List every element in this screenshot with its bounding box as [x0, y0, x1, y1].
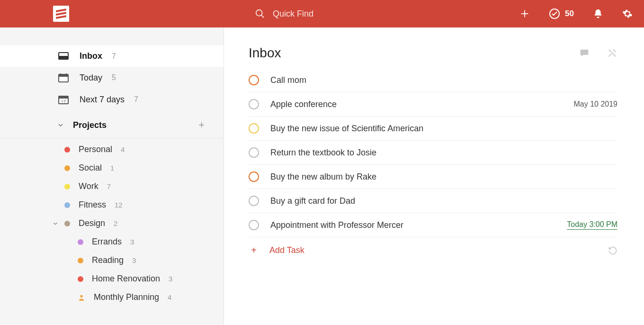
- project-color-dot: [64, 184, 70, 190]
- projects-title: Projects: [73, 120, 107, 130]
- filter-today[interactable]: Today 5: [0, 67, 224, 89]
- search-input[interactable]: [273, 9, 415, 19]
- project-work[interactable]: Work 7: [0, 177, 224, 196]
- svg-line-1: [261, 15, 264, 18]
- add-project-button[interactable]: +: [198, 119, 205, 131]
- sidebar: Inbox 7 Today 5 +7 Next 7 days 7: [0, 27, 224, 325]
- project-monthly-planning[interactable]: Monthly Planning 4: [0, 288, 224, 307]
- task-due-date[interactable]: May 10 2019: [573, 100, 617, 108]
- task-checkbox[interactable]: [249, 123, 259, 134]
- app-logo[interactable]: [53, 6, 69, 22]
- task-checkbox[interactable]: [249, 196, 259, 206]
- topbar: 50: [0, 0, 644, 27]
- project-actions-button[interactable]: [607, 48, 617, 58]
- karma-icon: [549, 8, 560, 19]
- history-icon: [608, 246, 617, 255]
- filter-label: Today: [80, 73, 102, 83]
- topbar-actions: 50: [519, 8, 635, 19]
- divider: [0, 138, 224, 138]
- svg-point-0: [256, 10, 262, 16]
- search-container: [255, 9, 415, 19]
- person-icon: [78, 294, 85, 301]
- comments-button[interactable]: [579, 48, 590, 58]
- project-label: Monthly Planning: [94, 292, 159, 302]
- task-item[interactable]: Apple conference May 10 2019: [249, 92, 617, 117]
- calendar-today-icon: [57, 72, 70, 83]
- project-label: Errands: [92, 237, 122, 247]
- project-home-renovation[interactable]: Home Renovation 3: [0, 270, 224, 288]
- project-label: Personal: [79, 144, 112, 154]
- project-count: 3: [132, 256, 136, 264]
- filter-count: 5: [112, 73, 116, 82]
- project-fitness[interactable]: Fitness 12: [0, 196, 224, 214]
- projects-list: Personal 4 Social 1 Work 7 Fitness 12: [0, 140, 224, 307]
- project-design[interactable]: Design 2: [0, 214, 224, 233]
- svg-point-14: [80, 295, 82, 297]
- filters-list: Inbox 7 Today 5 +7 Next 7 days 7: [0, 45, 224, 110]
- main-header: Inbox: [249, 45, 617, 61]
- gear-icon: [622, 9, 633, 19]
- task-item[interactable]: Call mom: [249, 72, 617, 92]
- project-reading[interactable]: Reading 3: [0, 251, 224, 270]
- task-title: Buy the new issue of Scientific American: [270, 124, 423, 134]
- add-task-button[interactable]: + Add Task: [249, 237, 617, 263]
- task-item[interactable]: Buy the new issue of Scientific American: [249, 117, 617, 141]
- project-color-dot: [78, 276, 83, 282]
- project-color-dot: [64, 221, 70, 226]
- task-checkbox[interactable]: [249, 172, 259, 182]
- task-title: Return the textbook to Josie: [270, 148, 376, 158]
- chevron-down-icon[interactable]: [52, 220, 59, 227]
- plus-icon: [519, 9, 530, 19]
- project-color-dot: [64, 147, 70, 153]
- filter-next7days[interactable]: +7 Next 7 days 7: [0, 89, 224, 110]
- task-checkbox[interactable]: [249, 99, 259, 109]
- bell-icon: [593, 9, 603, 19]
- task-item[interactable]: Appointment with Professor Mercer Today …: [249, 213, 617, 237]
- project-personal[interactable]: Personal 4: [0, 140, 224, 159]
- main-content: Inbox Call mom Apple conference May 10 2…: [224, 27, 644, 325]
- project-count: 1: [110, 164, 114, 172]
- chevron-down-icon: [57, 121, 64, 129]
- task-item[interactable]: Return the textbook to Josie: [249, 141, 617, 165]
- project-label: Home Renovation: [92, 274, 160, 284]
- task-title: Apple conference: [270, 99, 337, 109]
- task-item[interactable]: Buy the new album by Rake: [249, 165, 617, 189]
- project-count: 7: [107, 182, 111, 190]
- project-color-dot: [64, 202, 70, 208]
- task-list: Call mom Apple conference May 10 2019 Bu…: [249, 72, 617, 237]
- filter-count: 7: [134, 95, 138, 104]
- filter-label: Inbox: [80, 51, 102, 61]
- project-color-dot: [64, 165, 70, 171]
- project-label: Social: [79, 163, 102, 173]
- svg-rect-12: [59, 96, 68, 99]
- project-count: 4: [168, 293, 171, 301]
- project-label: Reading: [92, 255, 124, 265]
- task-item[interactable]: Buy a gift card for Dad: [249, 189, 617, 213]
- project-count: 3: [169, 275, 172, 283]
- undo-history-button[interactable]: [608, 246, 617, 255]
- karma-button[interactable]: 50: [549, 8, 574, 19]
- add-task-global-button[interactable]: [519, 9, 530, 19]
- project-label: Design: [79, 218, 105, 228]
- project-social[interactable]: Social 1: [0, 159, 224, 177]
- project-errands[interactable]: Errands 3: [0, 233, 224, 251]
- logo-icon: [56, 9, 66, 19]
- calendar-week-icon: +7: [57, 94, 70, 105]
- task-checkbox[interactable]: [249, 147, 259, 158]
- notifications-button[interactable]: [593, 9, 603, 19]
- project-label: Fitness: [79, 200, 106, 210]
- filter-count: 7: [112, 52, 116, 61]
- project-count: 2: [114, 219, 117, 227]
- settings-button[interactable]: [622, 9, 633, 19]
- plus-icon: +: [249, 245, 259, 256]
- svg-text:+7: +7: [61, 99, 66, 104]
- projects-header[interactable]: Projects +: [0, 110, 224, 136]
- task-checkbox[interactable]: [249, 220, 259, 230]
- project-count: 4: [121, 145, 125, 153]
- task-checkbox[interactable]: [249, 75, 259, 85]
- task-due-date[interactable]: Today 3:00 PM: [567, 220, 617, 230]
- task-title: Buy a gift card for Dad: [270, 196, 355, 206]
- filter-inbox[interactable]: Inbox 7: [0, 45, 224, 67]
- project-color-dot: [78, 239, 83, 245]
- project-count: 12: [115, 201, 123, 209]
